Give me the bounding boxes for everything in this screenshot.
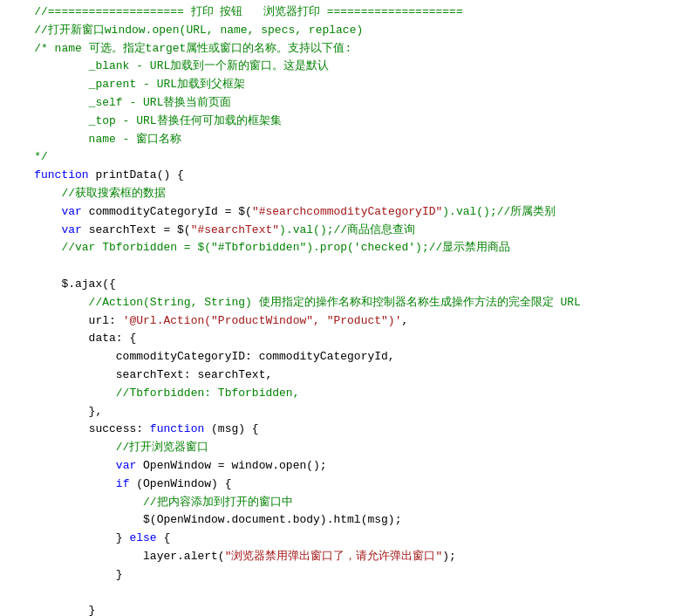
code-line: //打开新窗口window.open(URL, name, specs, rep…	[0, 22, 682, 40]
code-line: //==================== 打印 按钮 浏览器打印 =====…	[0, 3, 682, 22]
code-line: success: function (msg) {	[0, 421, 682, 439]
code-line: }	[0, 566, 682, 585]
code-line: //把内容添加到打开的窗口中	[0, 494, 682, 512]
code-line: url: '@Url.Action("ProductWindow", "Prod…	[0, 312, 682, 331]
code-line: var searchText = $("#searchText").val();…	[0, 222, 682, 240]
code-line: $(OpenWindow.document.body).html(msg);	[0, 511, 682, 530]
code-line: //var Tbforbidden = $("#Tbforbidden").pr…	[0, 239, 682, 257]
code-line: var OpenWindow = window.open();	[0, 457, 682, 476]
code-line: layer.alert("浏览器禁用弹出窗口了，请允许弹出窗口");	[0, 548, 682, 566]
code-line: commodityCategoryID: commodityCategoryId…	[0, 348, 682, 366]
code-editor: //==================== 打印 按钮 浏览器打印 =====…	[0, 0, 682, 616]
code-line	[0, 257, 682, 276]
code-line: */	[0, 148, 682, 167]
code-line: //Action(String, String) 使用指定的操作名称和控制器名称…	[0, 294, 682, 312]
code-line: searchText: searchText,	[0, 366, 682, 385]
code-line: } else {	[0, 530, 682, 548]
code-line: _blank - URL加载到一个新的窗口。这是默认	[0, 58, 682, 76]
code-line	[0, 585, 682, 603]
code-line: function printData() {	[0, 167, 682, 185]
code-line: //获取搜索框的数据	[0, 185, 682, 203]
code-line: $.ajax({	[0, 276, 682, 294]
code-line: _self - URL替换当前页面	[0, 94, 682, 113]
code-line: _parent - URL加载到父框架	[0, 76, 682, 94]
code-line: if (OpenWindow) {	[0, 476, 682, 494]
code-line: /* name 可选。指定target属性或窗口的名称。支持以下值:	[0, 40, 682, 58]
code-line: },	[0, 403, 682, 421]
code-line: name - 窗口名称	[0, 131, 682, 149]
code-line: }	[0, 602, 682, 616]
code-line: data: {	[0, 330, 682, 348]
code-line: //Tbforbidden: Tbforbidden,	[0, 385, 682, 403]
code-line: _top - URL替换任何可加载的框架集	[0, 113, 682, 131]
code-line: //打开浏览器窗口	[0, 439, 682, 457]
code-line: var commodityCategoryId = $("#searchcomm…	[0, 203, 682, 222]
